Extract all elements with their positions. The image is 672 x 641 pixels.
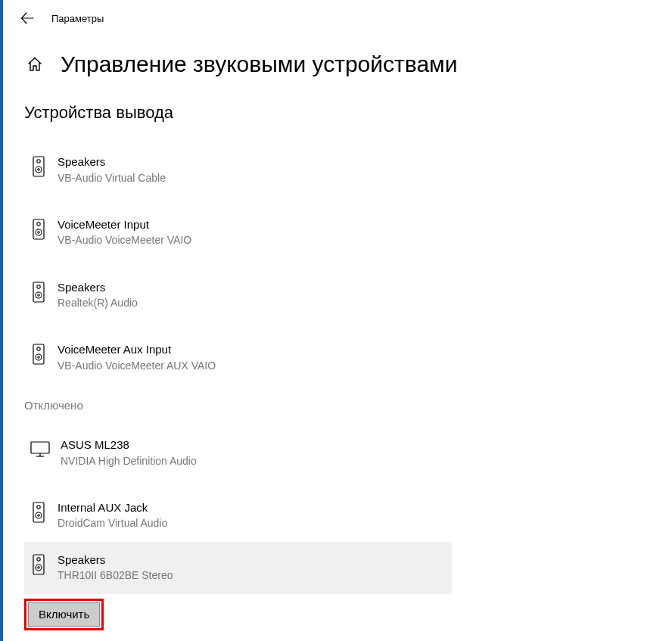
svg-point-10 [36, 292, 42, 298]
svg-point-15 [38, 356, 40, 359]
svg-point-24 [37, 558, 40, 561]
svg-rect-16 [31, 442, 49, 453]
device-subtitle: VB-Audio Virtual Cable [58, 170, 166, 185]
svg-point-3 [38, 169, 40, 171]
svg-point-6 [36, 229, 42, 235]
device-subtitle: NVIDIA High Definition Audio [61, 453, 197, 468]
speaker-icon [30, 342, 47, 366]
device-name: Speakers [58, 154, 166, 170]
device-name: VoiceMeeter Aux Input [58, 342, 216, 357]
device-item[interactable]: VoiceMeeter Input VB-Audio VoiceMeeter V… [30, 207, 458, 259]
page-title: Управление звуковыми устройствами [61, 51, 457, 77]
back-button[interactable] [12, 3, 42, 33]
svg-point-9 [37, 285, 40, 288]
svg-point-2 [36, 166, 42, 173]
arrow-left-icon [20, 11, 34, 25]
monitor-icon [30, 437, 50, 462]
device-item[interactable]: Speakers Realtek(R) Audio [30, 269, 458, 322]
device-item[interactable]: ASUS ML238 NVIDIA High Definition Audio [30, 427, 458, 479]
highlight-annotation: Включить [24, 599, 104, 630]
svg-point-14 [36, 354, 42, 360]
svg-point-7 [38, 231, 40, 233]
device-name: VoiceMeeter Input [58, 217, 191, 232]
svg-point-21 [36, 512, 42, 518]
svg-point-20 [37, 506, 40, 509]
speaker-icon [30, 154, 47, 179]
device-subtitle: VB-Audio VoiceMeeter VAIO [58, 232, 191, 247]
svg-point-11 [38, 294, 40, 296]
svg-point-25 [36, 565, 42, 571]
device-item[interactable]: Speakers VB-Audio Virtual Cable [30, 144, 458, 196]
device-item-selected[interactable]: Speakers THR10II 6B02BE Stereo [24, 542, 452, 594]
device-subtitle: VB-Audio VoiceMeeter AUX VAIO [58, 358, 216, 373]
header-title: Параметры [51, 13, 104, 24]
device-subtitle: Realtek(R) Audio [58, 295, 138, 310]
speaker-icon [30, 500, 47, 524]
disabled-device-list: ASUS ML238 NVIDIA High Definition Audio … [30, 427, 651, 593]
disabled-section-label: Отключено [24, 399, 651, 412]
device-name: Speakers [58, 552, 173, 568]
speaker-icon [30, 552, 47, 577]
device-subtitle: THR10II 6B02BE Stereo [58, 568, 173, 583]
device-item[interactable]: Internal AUX Jack DroidCam Virtual Audio [30, 490, 458, 542]
svg-point-5 [37, 222, 40, 226]
device-subtitle: DroidCam Virtual Audio [58, 515, 167, 531]
enable-button[interactable]: Включить [28, 602, 100, 627]
device-item[interactable]: VoiceMeeter Aux Input VB-Audio VoiceMeet… [30, 331, 458, 384]
svg-point-13 [37, 347, 40, 350]
svg-point-26 [38, 566, 40, 568]
device-name: ASUS ML238 [61, 437, 197, 453]
device-name: Speakers [58, 280, 138, 295]
output-devices-heading: Устройства вывода [24, 103, 651, 123]
svg-point-1 [37, 160, 40, 163]
svg-point-22 [38, 515, 40, 517]
output-device-list: Speakers VB-Audio Virtual Cable VoiceMee… [30, 144, 651, 384]
home-icon[interactable] [24, 54, 45, 75]
device-name: Internal AUX Jack [58, 500, 167, 515]
speaker-icon [30, 217, 47, 241]
speaker-icon [30, 280, 47, 304]
